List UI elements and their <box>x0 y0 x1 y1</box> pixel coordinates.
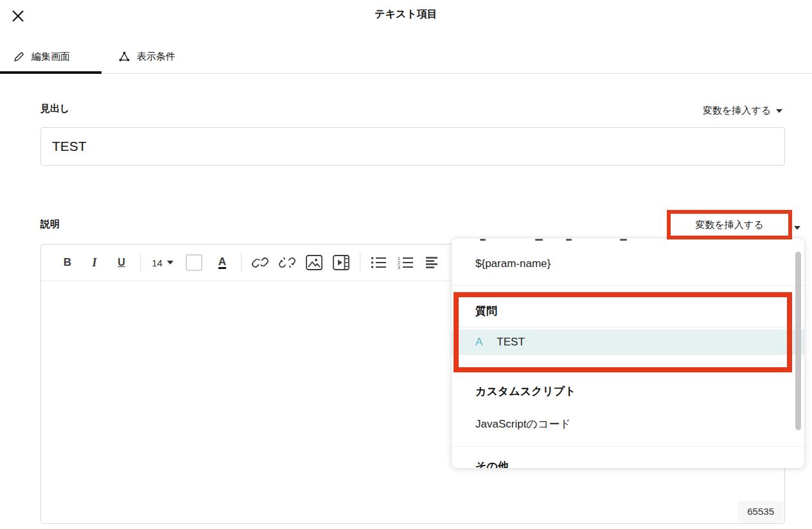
text-color-label: A <box>218 256 226 270</box>
menu-item-javascript-code[interactable]: JavaScriptのコード <box>452 408 804 440</box>
menu-item-label: TEST <box>497 336 524 349</box>
clipped-menu-item <box>535 239 543 241</box>
char-count-badge: 65535 <box>737 501 784 523</box>
bold-button[interactable]: B <box>54 250 81 275</box>
unlink-icon <box>278 255 297 270</box>
bullet-list-icon <box>371 256 387 270</box>
tab-display-conditions[interactable]: 表示条件 <box>118 40 175 73</box>
toolbar-separator <box>140 253 141 272</box>
font-size-select[interactable]: 14 <box>146 257 179 268</box>
menu-header-question: 質問 <box>452 295 804 327</box>
svg-text:2: 2 <box>398 261 400 265</box>
modal-title: テキスト項目 <box>0 8 812 21</box>
tab-conditions-label: 表示条件 <box>137 51 175 63</box>
bullet-list-button[interactable] <box>366 250 393 275</box>
text-item-modal: テキスト項目 編集画面 表示条件 見出し 変数を挿入する 説明 B I U <box>0 0 812 529</box>
insert-variable-button-description[interactable]: 変数を挿入する <box>667 210 792 239</box>
active-tab-underline <box>0 71 102 74</box>
menu-header-other: その他 <box>452 459 804 468</box>
link-button[interactable] <box>247 250 274 275</box>
toolbar-separator <box>360 253 360 272</box>
menu-item-param-name[interactable]: ${param-name} <box>452 248 804 279</box>
insert-variable-label: 変数を挿入する <box>703 105 771 117</box>
chevron-down-icon <box>167 261 173 264</box>
conditions-icon <box>118 51 130 63</box>
video-icon <box>332 254 350 271</box>
insert-variable-label: 変数を挿入する <box>695 219 763 231</box>
description-label: 説明 <box>40 218 60 230</box>
menu-header-custom-script: カスタムスクリプト <box>452 375 804 407</box>
clipped-menu-item <box>480 239 486 241</box>
unlink-button[interactable] <box>274 250 301 275</box>
svg-text:3: 3 <box>398 265 400 270</box>
align-button[interactable] <box>419 250 446 275</box>
align-icon <box>425 256 441 270</box>
heading-input[interactable] <box>40 127 785 166</box>
svg-text:1: 1 <box>398 256 400 261</box>
menu-item-question-test[interactable]: A TEST <box>452 329 804 355</box>
toolbar-separator <box>241 253 242 272</box>
chevron-down-icon <box>776 109 782 113</box>
italic-button[interactable]: I <box>81 250 108 275</box>
text-color-button[interactable]: A <box>209 250 236 275</box>
tab-edit-screen[interactable]: 編集画面 <box>13 40 70 73</box>
menu-divider <box>452 285 804 286</box>
underline-button[interactable]: U <box>108 250 135 275</box>
tab-bar: 編集画面 表示条件 <box>0 40 812 74</box>
clipped-menu-item <box>620 239 627 241</box>
heading-label: 見出し <box>40 103 69 115</box>
ordered-list-button[interactable]: 123 <box>393 250 419 275</box>
chevron-down-icon <box>794 226 800 230</box>
insert-variable-button-heading[interactable]: 変数を挿入する <box>703 105 782 117</box>
insert-variable-menu: ${param-name} 質問 A TEST カスタムスクリプト JavaSc… <box>452 238 804 468</box>
ordered-list-icon: 123 <box>398 256 414 270</box>
image-icon <box>305 254 323 271</box>
clipped-menu-item <box>566 239 572 241</box>
link-icon <box>251 256 270 270</box>
tab-edit-label: 編集画面 <box>31 51 70 63</box>
insert-image-button[interactable] <box>301 250 328 275</box>
background-color-swatch[interactable] <box>186 254 202 271</box>
pencil-icon <box>13 51 25 63</box>
menu-divider <box>452 446 804 447</box>
font-size-value: 14 <box>152 257 163 268</box>
menu-divider <box>452 327 804 327</box>
answer-type-badge: A <box>475 336 482 349</box>
menu-scrollbar-thumb[interactable] <box>795 252 801 430</box>
insert-video-button[interactable] <box>328 250 355 275</box>
